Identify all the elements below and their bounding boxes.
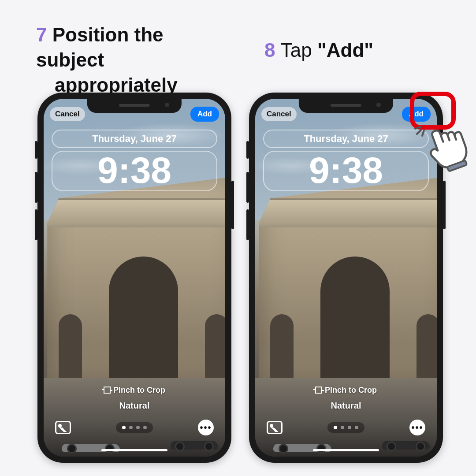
mute-switch xyxy=(246,141,249,159)
dot-3 xyxy=(136,426,140,429)
cancel-button[interactable]: Cancel xyxy=(50,107,85,121)
dot-2 xyxy=(129,426,133,429)
volume-up-button xyxy=(246,172,249,203)
dot-2 xyxy=(341,426,344,429)
style-page-dots[interactable] xyxy=(327,422,364,433)
style-page-dots[interactable] xyxy=(116,422,153,433)
pinch-label: Pinch to Crop xyxy=(113,386,165,394)
step-8-add: Add xyxy=(327,39,364,61)
wallpaper-monument[interactable] xyxy=(47,178,225,385)
cancel-button[interactable]: Cancel xyxy=(261,107,297,121)
step-7-number: 7 xyxy=(36,24,47,45)
mute-switch xyxy=(35,141,37,159)
lock-date[interactable]: Thursday, June 27 xyxy=(52,130,217,148)
more-button[interactable]: ••• xyxy=(198,420,214,435)
pinch-to-crop-hint: Pinch to Crop xyxy=(255,386,437,395)
add-button[interactable]: Add xyxy=(190,107,219,122)
lock-time[interactable]: 9:38 xyxy=(263,151,429,191)
home-indicator[interactable] xyxy=(313,449,379,451)
svg-rect-3 xyxy=(447,160,467,171)
editor-bottom-bar: ••• xyxy=(255,420,437,435)
notch xyxy=(299,99,393,113)
step-7-line1: Position the subject xyxy=(36,24,164,71)
wallpaper-monument[interactable] xyxy=(259,178,437,385)
monument-side-arch-right xyxy=(205,314,225,385)
dot-1 xyxy=(122,426,126,429)
screen[interactable]: Cancel Add Thursday, June 27 9:38 Pinch … xyxy=(44,99,225,457)
pinch-label: Pinch to Crop xyxy=(325,386,377,394)
phone-mockup-step7: Cancel Add Thursday, June 27 9:38 Pinch … xyxy=(37,93,231,463)
screen[interactable]: Cancel Add Thursday, June 27 9:38 Pinch … xyxy=(255,99,437,457)
dot-1 xyxy=(334,426,337,429)
notch xyxy=(87,99,182,113)
dot-3 xyxy=(348,426,351,429)
step-7-title: 7 Position the subject appropriately xyxy=(36,22,221,98)
photos-icon[interactable] xyxy=(55,421,71,434)
step-8-number: 8 xyxy=(264,39,275,61)
monument-side-arch-right xyxy=(416,314,437,385)
filter-style-label[interactable]: Natural xyxy=(44,401,225,411)
editor-bottom-bar: ••• xyxy=(44,420,225,435)
step-8-quote-close: " xyxy=(364,39,373,61)
phone-mockup-step8: Cancel Add Thursday, June 27 9:38 Pinch … xyxy=(249,93,443,463)
filter-style-label[interactable]: Natural xyxy=(255,401,437,411)
volume-down-button xyxy=(246,209,249,240)
monument-side-arch-left xyxy=(59,314,82,385)
more-button[interactable]: ••• xyxy=(409,420,425,435)
add-button[interactable]: Add xyxy=(402,107,431,122)
volume-down-button xyxy=(35,209,37,240)
power-button xyxy=(231,181,234,229)
lock-time[interactable]: 9:38 xyxy=(52,151,217,191)
step-8-quote-open: " xyxy=(317,39,327,61)
step-8-title: 8 Tap "Add" xyxy=(264,37,373,63)
dot-4 xyxy=(355,426,358,429)
volume-up-button xyxy=(35,172,37,203)
car-black xyxy=(171,441,218,450)
crop-icon xyxy=(315,387,322,394)
photos-icon[interactable] xyxy=(267,421,283,434)
pinch-to-crop-hint: Pinch to Crop xyxy=(44,386,225,395)
monument-side-arch-left xyxy=(270,314,293,385)
car-black xyxy=(382,441,429,450)
step-8-prefix: Tap xyxy=(281,39,317,61)
power-button xyxy=(443,181,446,229)
lock-date[interactable]: Thursday, June 27 xyxy=(263,130,429,148)
dot-4 xyxy=(143,426,147,429)
home-indicator[interactable] xyxy=(101,449,167,451)
crop-icon xyxy=(104,387,111,394)
